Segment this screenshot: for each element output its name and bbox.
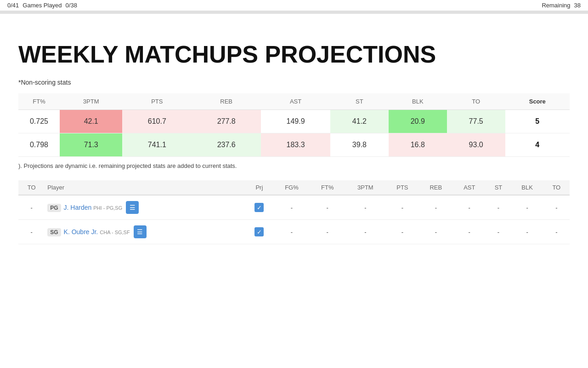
player-prj-cell[interactable]: ✓ — [245, 195, 273, 220]
player-team-pos: PHI - PG,SG — [93, 205, 122, 211]
player-col-3ptm: 3PTM — [345, 180, 386, 195]
matchup-table: FT% 3PTM PTS REB AST ST BLK TO Score 0.7… — [18, 93, 570, 157]
top-bar: 0/41 Games Played 0/38 Remaining 38 — [0, 0, 588, 11]
matchup-cell-three_ptm: 71.3 — [60, 133, 122, 157]
stat-fg-pct: - — [273, 220, 310, 244]
matchup-table-header-row: FT% 3PTM PTS REB AST ST BLK TO Score — [18, 93, 570, 110]
non-scoring-note: *Non-scoring stats — [18, 79, 570, 86]
games-played-label: Games Played — [23, 2, 62, 9]
matchup-cell-blk: 16.8 — [389, 133, 447, 157]
remaining-label: Remaining — [542, 2, 570, 9]
player-cell: PGJ. HardenPHI - PG,SG☰ — [45, 195, 245, 220]
col-header-reb: REB — [192, 93, 261, 110]
player-col-pts: PTS — [386, 180, 419, 195]
stat-blk: - — [511, 220, 543, 244]
player-info-icon[interactable]: ☰ — [126, 201, 139, 214]
player-row: -SGK. Oubre Jr.CHA - SG,SF☰✓--------- — [18, 220, 570, 244]
player-row: -PGJ. HardenPHI - PG,SG☰✓--------- — [18, 195, 570, 220]
stat-to: - — [543, 195, 570, 220]
matchup-cell-ft_pct: 0.725 — [18, 110, 60, 133]
position-badge: SG — [47, 228, 61, 236]
col-header-3ptm: 3PTM — [60, 93, 122, 110]
remaining-value: 38 — [574, 2, 581, 9]
games-played-left-value: 0/41 — [7, 2, 19, 9]
player-cell: SGK. Oubre Jr.CHA - SG,SF☰ — [45, 220, 245, 244]
matchup-score: 5 — [505, 110, 570, 133]
top-bar-right: Remaining 38 — [542, 2, 581, 9]
matchup-cell-blk: 20.9 — [389, 110, 447, 133]
col-header-to: TO — [447, 93, 505, 110]
col-header-pts: PTS — [122, 93, 192, 110]
stat-pts: - — [386, 220, 419, 244]
stat-ast: - — [453, 195, 486, 220]
player-col-player: Player — [45, 180, 245, 195]
page-title: WEEKLY MATCHUPS PROJECTIONS — [18, 41, 570, 68]
matchup-cell-reb: 237.6 — [192, 133, 261, 157]
stat-ft-pct: - — [310, 220, 345, 244]
stat-3ptm: - — [345, 195, 386, 220]
matchup-cell-ast: 183.3 — [261, 133, 330, 157]
player-col-ast: AST — [453, 180, 486, 195]
player-to-cell: - — [18, 220, 45, 244]
player-col-blk: BLK — [511, 180, 543, 195]
col-header-score: Score — [505, 93, 570, 110]
col-header-ast: AST — [261, 93, 330, 110]
player-col-reb: REB — [419, 180, 453, 195]
prj-checkbox[interactable]: ✓ — [254, 203, 264, 212]
games-played-right-value: 0/38 — [66, 2, 77, 9]
matchup-score: 4 — [505, 133, 570, 157]
matchup-cell-to: 77.5 — [447, 110, 505, 133]
player-col-st: ST — [486, 180, 511, 195]
matchup-cell-ft_pct: 0.798 — [18, 133, 60, 157]
stat-reb: - — [419, 195, 453, 220]
position-badge: PG — [47, 204, 61, 212]
prj-checkbox[interactable]: ✓ — [254, 227, 264, 236]
stat-st: - — [486, 220, 511, 244]
matchup-cell-reb: 277.8 — [192, 110, 261, 133]
matchup-cell-st: 41.2 — [330, 110, 389, 133]
dynamic-note: ). Projections are dynamic i.e. remainin… — [18, 162, 570, 169]
stat-ast: - — [453, 220, 486, 244]
player-team-pos: CHA - SG,SF — [100, 230, 130, 235]
player-table-header-row: TO Player Prj FG% FT% 3PTM PTS REB AST S… — [18, 180, 570, 195]
matchup-row-2: 0.79871.3741.1237.6183.339.816.893.04 — [18, 133, 570, 157]
matchup-cell-ast: 149.9 — [261, 110, 330, 133]
player-name-link[interactable]: J. Harden — [64, 204, 92, 211]
matchup-cell-pts: 741.1 — [122, 133, 192, 157]
player-name-link[interactable]: K. Oubre Jr. — [64, 228, 98, 236]
col-header-ft-pct: FT% — [18, 93, 60, 110]
matchup-cell-three_ptm: 42.1 — [60, 110, 122, 133]
stat-fg-pct: - — [273, 195, 310, 220]
player-prj-cell[interactable]: ✓ — [245, 220, 273, 244]
player-col-to2: TO — [543, 180, 570, 195]
player-col-prj: Prj — [245, 180, 273, 195]
stat-ft-pct: - — [310, 195, 345, 220]
player-to-cell: - — [18, 195, 45, 220]
matchup-cell-st: 39.8 — [330, 133, 389, 157]
player-col-fg-pct: FG% — [273, 180, 310, 195]
player-col-ft-pct: FT% — [310, 180, 345, 195]
col-header-st: ST — [330, 93, 389, 110]
matchup-row-1: 0.72542.1610.7277.8149.941.220.977.55 — [18, 110, 570, 133]
matchup-cell-pts: 610.7 — [122, 110, 192, 133]
top-bar-left: 0/41 Games Played 0/38 — [7, 2, 77, 9]
matchup-cell-to: 93.0 — [447, 133, 505, 157]
stat-3ptm: - — [345, 220, 386, 244]
stat-pts: - — [386, 195, 419, 220]
stat-blk: - — [511, 195, 543, 220]
stat-st: - — [486, 195, 511, 220]
player-table: TO Player Prj FG% FT% 3PTM PTS REB AST S… — [18, 180, 570, 244]
col-header-blk: BLK — [389, 93, 447, 110]
player-col-to: TO — [18, 180, 45, 195]
stat-reb: - — [419, 220, 453, 244]
player-info-icon[interactable]: ☰ — [134, 225, 147, 238]
main-content: WEEKLY MATCHUPS PROJECTIONS *Non-scoring… — [0, 14, 588, 253]
stat-to: - — [543, 220, 570, 244]
